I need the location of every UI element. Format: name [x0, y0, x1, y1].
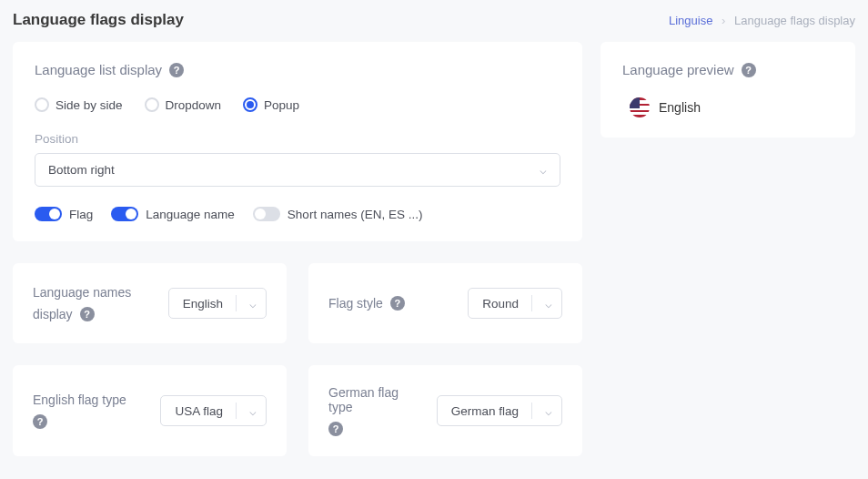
german-flag-label: German flag type	[328, 385, 424, 414]
chevron-down-icon: ⌵	[249, 404, 257, 418]
toggle-language-name[interactable]	[111, 207, 138, 221]
radio-label-side-by-side: Side by side	[56, 98, 123, 112]
breadcrumb-current: Language flags display	[734, 14, 855, 27]
chevron-down-icon: ⌵	[540, 163, 547, 177]
radio-label-dropdown: Dropdown	[166, 98, 222, 112]
help-icon[interactable]: ?	[169, 63, 184, 77]
flag-style-label: Flag style	[328, 296, 383, 311]
language-preview-card: Language preview ? English	[601, 42, 855, 138]
english-flag-select[interactable]: USA flag ⌵	[160, 395, 267, 426]
toggle-language-name-label: Language name	[146, 208, 235, 221]
select-divider	[531, 403, 532, 419]
names-display-value: English	[183, 297, 223, 311]
english-flag-label: English flag type	[33, 392, 147, 407]
toggle-flag-label: Flag	[69, 208, 93, 221]
german-flag-value: German flag	[451, 404, 519, 418]
names-display-label-line1: Language names	[33, 285, 156, 300]
preview-title-row: Language preview ?	[622, 62, 756, 77]
position-value: Bottom right	[48, 163, 115, 177]
chevron-down-icon: ⌵	[545, 404, 552, 418]
names-display-select[interactable]: English ⌵	[168, 288, 267, 319]
radio-circle-icon	[243, 97, 257, 112]
flag-style-select[interactable]: Round ⌵	[468, 288, 562, 319]
toggle-language-name-item: Language name	[111, 207, 235, 221]
page-title: Language flags display	[13, 11, 184, 29]
radio-circle-icon	[145, 97, 159, 112]
language-list-display-card: Language list display ? Side by side Dro…	[13, 42, 582, 241]
english-flag-value: USA flag	[175, 404, 223, 418]
toggle-flag[interactable]	[35, 207, 62, 221]
flag-style-card: Flag style ? Round ⌵	[308, 263, 582, 343]
radio-dropdown[interactable]: Dropdown	[145, 97, 222, 112]
select-divider	[531, 295, 532, 311]
radio-popup[interactable]: Popup	[243, 97, 299, 112]
language-names-display-card: Language namesdisplay? English ⌵	[13, 263, 287, 343]
help-icon[interactable]: ?	[742, 63, 756, 77]
names-display-label-line2: display	[33, 307, 73, 321]
toggle-short-names-label: Short names (EN, ES ...)	[288, 208, 423, 221]
german-flag-type-card: German flag type ? German flag ⌵	[308, 365, 582, 456]
preview-language-label: English	[659, 100, 701, 115]
help-icon[interactable]: ?	[33, 414, 47, 429]
chevron-down-icon: ⌵	[249, 297, 257, 311]
preview-language-row: English	[630, 97, 833, 117]
breadcrumb-separator: ›	[722, 14, 725, 27]
select-divider	[236, 403, 237, 419]
position-label: Position	[35, 132, 560, 146]
chevron-down-icon: ⌵	[545, 297, 552, 311]
radio-side-by-side[interactable]: Side by side	[35, 97, 123, 112]
preview-title-text: Language preview	[622, 62, 734, 77]
toggle-short-names-item: Short names (EN, ES ...)	[253, 207, 423, 221]
radio-label-popup: Popup	[264, 98, 299, 112]
breadcrumb-root-link[interactable]: Linguise	[669, 14, 712, 27]
german-flag-select[interactable]: German flag ⌵	[437, 395, 562, 426]
english-flag-type-card: English flag type ? USA flag ⌵	[13, 365, 287, 456]
radio-circle-icon	[35, 97, 49, 112]
help-icon[interactable]: ?	[328, 422, 343, 436]
flag-style-value: Round	[482, 297, 519, 311]
select-divider	[236, 295, 237, 311]
list-display-title-text: Language list display	[35, 62, 162, 77]
position-select[interactable]: Bottom right ⌵	[35, 153, 560, 187]
help-icon[interactable]: ?	[80, 307, 95, 321]
usa-flag-icon	[630, 97, 650, 117]
toggle-short-names[interactable]	[253, 207, 280, 221]
breadcrumb: Linguise › Language flags display	[669, 14, 855, 27]
toggle-flag-item: Flag	[35, 207, 93, 221]
card-title-list-display: Language list display ?	[35, 62, 184, 77]
help-icon[interactable]: ?	[390, 296, 405, 311]
